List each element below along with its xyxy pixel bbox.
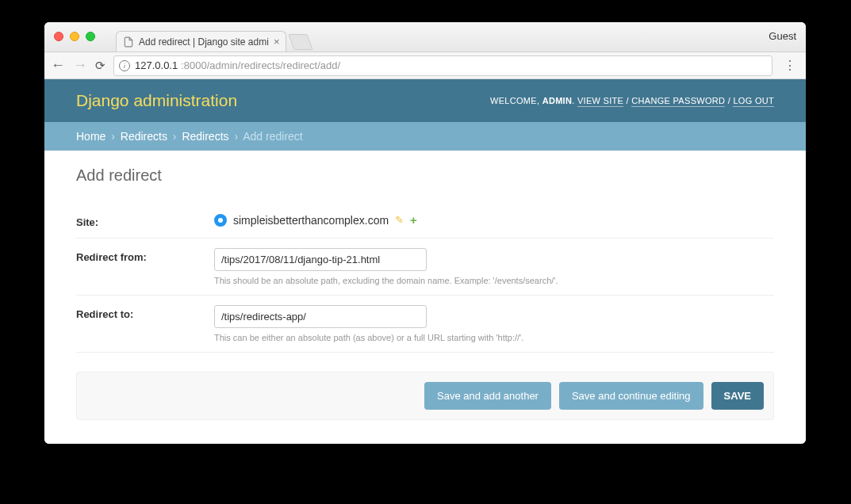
site-radio[interactable] <box>214 214 227 227</box>
form-row-site: Site: simpleisbetterthancomplex.com ✎ + <box>76 204 774 239</box>
page-title: Add redirect <box>76 166 774 185</box>
welcome-text: WELCOME, <box>490 96 542 105</box>
breadcrumb-model[interactable]: Redirects <box>182 130 228 143</box>
tab-strip: Add redirect | Django site admi × <box>116 31 310 52</box>
window-controls <box>44 22 95 41</box>
form-row-redirect-from: Redirect from: This should be an absolut… <box>76 239 774 296</box>
redirect-to-help: This can be either an absolute path (as … <box>214 333 774 342</box>
url-path: :8000/admin/redirects/redirect/add/ <box>181 59 340 71</box>
close-tab-icon[interactable]: × <box>274 36 280 48</box>
page-icon <box>123 36 134 48</box>
browser-tab[interactable]: Add redirect | Django site admi × <box>116 31 286 52</box>
redirect-from-help: This should be an absolute path, excludi… <box>214 276 774 285</box>
redirect-to-input[interactable] <box>214 305 427 328</box>
form-content: Add redirect Site: simpleisbetterthancom… <box>44 151 806 436</box>
url-host: 127.0.0.1 <box>135 59 178 71</box>
redirect-from-label: Redirect from: <box>76 248 214 263</box>
breadcrumb-current: Add redirect <box>243 130 302 143</box>
redirect-to-label: Redirect to: <box>76 305 214 320</box>
browser-toolbar: ← → ⟳ i 127.0.0.1:8000/admin/redirects/r… <box>44 52 806 79</box>
submit-row: Save and add another Save and continue e… <box>76 372 774 420</box>
breadcrumb-separator: › <box>171 130 179 143</box>
maximize-window-button[interactable] <box>86 32 95 41</box>
address-bar[interactable]: i 127.0.0.1:8000/admin/redirects/redirec… <box>113 55 772 76</box>
page-content: Django administration WELCOME, ADMIN. VI… <box>44 79 806 444</box>
change-password-link[interactable]: CHANGE PASSWORD <box>631 96 725 107</box>
edit-site-icon[interactable]: ✎ <box>395 214 404 226</box>
user-tools: WELCOME, ADMIN. VIEW SITE / CHANGE PASSW… <box>490 96 774 105</box>
add-site-icon[interactable]: + <box>410 213 417 227</box>
view-site-link[interactable]: VIEW SITE <box>577 96 623 107</box>
browser-menu-button[interactable]: ⋮ <box>780 58 799 73</box>
save-continue-button[interactable]: Save and continue editing <box>559 382 703 410</box>
site-info-icon[interactable]: i <box>119 60 130 71</box>
log-out-link[interactable]: LOG OUT <box>733 96 774 107</box>
breadcrumb-separator: › <box>109 130 117 143</box>
save-button[interactable]: SAVE <box>711 382 764 410</box>
save-add-another-button[interactable]: Save and add another <box>424 382 551 410</box>
profile-label[interactable]: Guest <box>769 30 796 42</box>
site-value: simpleisbetterthancomplex.com <box>233 214 389 227</box>
django-header: Django administration WELCOME, ADMIN. VI… <box>44 79 806 122</box>
brand-title[interactable]: Django administration <box>76 91 237 110</box>
forward-button[interactable]: → <box>73 57 87 74</box>
breadcrumb: Home › Redirects › Redirects › Add redir… <box>44 122 806 151</box>
tab-title: Add redirect | Django site admi <box>139 36 269 48</box>
breadcrumb-home[interactable]: Home <box>76 130 105 143</box>
reload-button[interactable]: ⟳ <box>95 59 105 73</box>
form-row-redirect-to: Redirect to: This can be either an absol… <box>76 296 774 353</box>
back-button[interactable]: ← <box>51 57 65 74</box>
close-window-button[interactable] <box>54 32 63 41</box>
minimize-window-button[interactable] <box>70 32 79 41</box>
new-tab-button[interactable] <box>289 34 313 50</box>
breadcrumb-separator: › <box>232 130 240 143</box>
browser-window: Add redirect | Django site admi × Guest … <box>44 22 806 444</box>
username: ADMIN <box>542 96 573 105</box>
site-label: Site: <box>76 213 214 228</box>
titlebar: Add redirect | Django site admi × Guest <box>44 22 806 52</box>
redirect-from-input[interactable] <box>214 248 427 271</box>
breadcrumb-section[interactable]: Redirects <box>121 130 167 143</box>
